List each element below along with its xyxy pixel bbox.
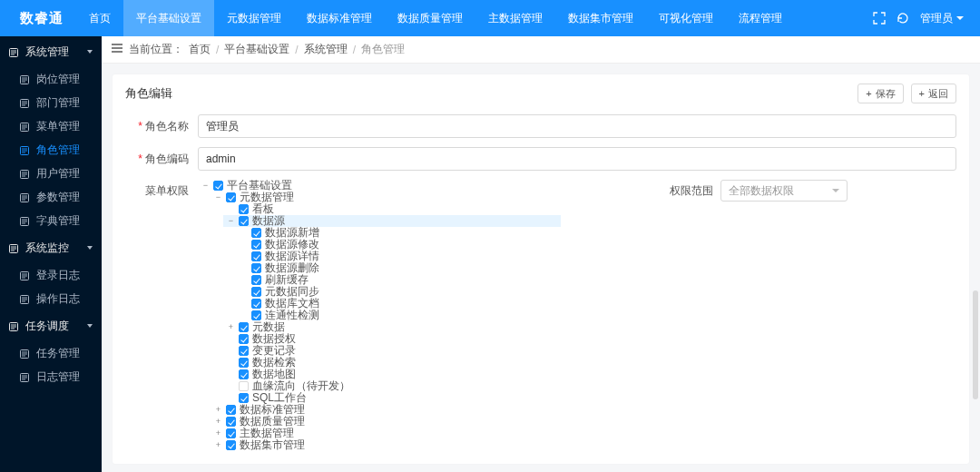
tree-checkbox[interactable] — [251, 310, 261, 320]
tree-checkbox[interactable] — [239, 216, 249, 226]
topbar: 数睿通 首页平台基础设置元数据管理数据标准管理数据质量管理主数据管理数据集市管理… — [0, 0, 980, 36]
scrollbar-thumb[interactable] — [973, 290, 978, 399]
sidebar-item[interactable]: 操作日志 — [0, 287, 102, 310]
topnav-item[interactable]: 数据质量管理 — [385, 0, 475, 36]
item-icon — [20, 294, 29, 303]
tree-expander-icon[interactable]: + — [227, 321, 235, 333]
tree-expander-icon[interactable]: − — [214, 192, 222, 203]
topnav-item[interactable]: 元数据管理 — [214, 0, 294, 36]
chevron-down-icon — [87, 324, 93, 328]
topnav-item[interactable]: 平台基础设置 — [123, 0, 214, 36]
sidebar-item[interactable]: 角色管理 — [0, 138, 102, 162]
role-code-label: *角色编码 — [125, 152, 198, 167]
tree-checkbox[interactable] — [251, 299, 261, 309]
item-icon — [20, 349, 29, 358]
item-icon — [20, 145, 29, 154]
fullscreen-icon[interactable] — [873, 12, 886, 25]
tree-checkbox[interactable] — [251, 287, 261, 297]
item-icon — [20, 74, 29, 84]
sidebar: 系统管理岗位管理部门管理菜单管理角色管理用户管理参数管理字典管理系统监控登录日志… — [0, 36, 102, 472]
tree-checkbox[interactable] — [213, 181, 223, 191]
tree-checkbox[interactable] — [251, 263, 261, 273]
role-name-label: *角色名称 — [125, 119, 198, 134]
save-button[interactable]: +保存 — [858, 84, 903, 103]
sidebar-item[interactable]: 字典管理 — [0, 209, 102, 232]
breadcrumb-item[interactable]: 首页 — [189, 42, 211, 57]
permission-tree: −平台基础设置−元数据管理看板−数据源数据源新增数据源修改数据源详情数据源删除刷… — [198, 180, 561, 451]
tree-checkbox[interactable] — [251, 275, 261, 285]
role-form: *角色名称 *角色编码 菜单权限 −平台基础设置−元数据管理看板−数据源数据源新… — [125, 114, 956, 451]
tree-checkbox[interactable] — [226, 417, 236, 427]
item-icon — [20, 372, 29, 381]
tree-node[interactable]: +数据集市管理 — [211, 439, 561, 451]
module-icon — [9, 321, 18, 330]
tree-label[interactable]: 数据集市管理 — [240, 439, 305, 451]
topnav-item[interactable]: 主数据管理 — [475, 0, 555, 36]
breadcrumb-item[interactable]: 系统管理 — [304, 42, 348, 57]
tree-checkbox[interactable] — [226, 440, 236, 450]
top-actions: 管理员 — [873, 11, 973, 26]
breadcrumb-prefix: 当前位置： — [129, 42, 183, 57]
breadcrumb: 当前位置：首页/平台基础设置/系统管理/角色管理 — [129, 42, 405, 57]
breadcrumb-item: 角色管理 — [361, 42, 405, 57]
tree-checkbox[interactable] — [251, 228, 261, 238]
tree-checkbox[interactable] — [239, 204, 249, 214]
chevron-down-icon — [832, 189, 839, 192]
topnav: 首页平台基础设置元数据管理数据标准管理数据质量管理主数据管理数据集市管理可视化管… — [76, 0, 795, 36]
sidebar-item[interactable]: 参数管理 — [0, 185, 102, 209]
topnav-item[interactable]: 首页 — [76, 0, 123, 36]
tree-checkbox[interactable] — [226, 192, 236, 202]
sidebar-item[interactable]: 岗位管理 — [0, 67, 102, 91]
tree-checkbox[interactable] — [239, 346, 249, 356]
sidebar-item[interactable]: 用户管理 — [0, 162, 102, 185]
tree-checkbox[interactable] — [239, 358, 249, 368]
topnav-item[interactable]: 流程管理 — [726, 0, 795, 36]
tree-expander-icon[interactable]: + — [214, 404, 222, 416]
tree-checkbox[interactable] — [239, 381, 249, 391]
tree-checkbox[interactable] — [239, 334, 249, 344]
back-button[interactable]: +返回 — [911, 84, 956, 103]
tree-checkbox[interactable] — [251, 251, 261, 261]
tree-expander-icon[interactable]: + — [214, 416, 222, 428]
breadcrumb-row: 当前位置：首页/平台基础设置/系统管理/角色管理 — [102, 36, 980, 64]
scope-select[interactable]: 全部数据权限 — [720, 180, 848, 202]
main: 当前位置：首页/平台基础设置/系统管理/角色管理 角色编辑 +保存 +返回 *角… — [102, 36, 980, 472]
tree-expander-icon[interactable]: − — [201, 180, 210, 192]
menu-perm-label: 菜单权限 — [125, 180, 198, 199]
tree-checkbox[interactable] — [226, 405, 236, 415]
tree-expander-icon[interactable]: + — [214, 439, 222, 451]
sidebar-item[interactable]: 登录日志 — [0, 263, 102, 287]
topnav-item[interactable]: 数据标准管理 — [294, 0, 385, 36]
brand: 数睿通 — [7, 10, 76, 27]
tree-checkbox[interactable] — [239, 369, 249, 379]
item-icon — [20, 270, 29, 280]
sidebar-group-header[interactable]: 任务调度 — [0, 310, 102, 341]
tree-expander-icon[interactable]: + — [214, 428, 222, 439]
sidebar-group-header[interactable]: 系统管理 — [0, 36, 102, 67]
scope-label: 权限范围 — [670, 180, 720, 199]
tree-checkbox[interactable] — [251, 240, 261, 250]
item-icon — [20, 169, 29, 178]
item-icon — [20, 98, 29, 107]
role-code-input[interactable] — [198, 147, 956, 171]
sidebar-item[interactable]: 部门管理 — [0, 91, 102, 114]
tree-checkbox[interactable] — [226, 428, 236, 438]
sidebar-item[interactable]: 日志管理 — [0, 365, 102, 388]
panel-title: 角色编辑 — [125, 85, 172, 102]
item-icon — [20, 216, 29, 225]
refresh-icon[interactable] — [897, 12, 909, 25]
tree-checkbox[interactable] — [239, 322, 249, 332]
sidebar-item[interactable]: 菜单管理 — [0, 114, 102, 138]
module-icon — [9, 243, 18, 252]
breadcrumb-item[interactable]: 平台基础设置 — [224, 42, 289, 57]
sidebar-group-header[interactable]: 系统监控 — [0, 232, 102, 263]
topnav-item[interactable]: 数据集市管理 — [555, 0, 646, 36]
user-menu[interactable]: 管理员 — [920, 11, 964, 26]
topnav-item[interactable]: 可视化管理 — [646, 0, 726, 36]
chevron-down-icon — [87, 50, 93, 54]
role-name-input[interactable] — [198, 114, 956, 138]
sidebar-item[interactable]: 任务管理 — [0, 341, 102, 365]
tree-checkbox[interactable] — [239, 393, 249, 403]
collapse-menu-icon[interactable] — [111, 42, 123, 57]
tree-expander-icon[interactable]: − — [227, 215, 235, 227]
